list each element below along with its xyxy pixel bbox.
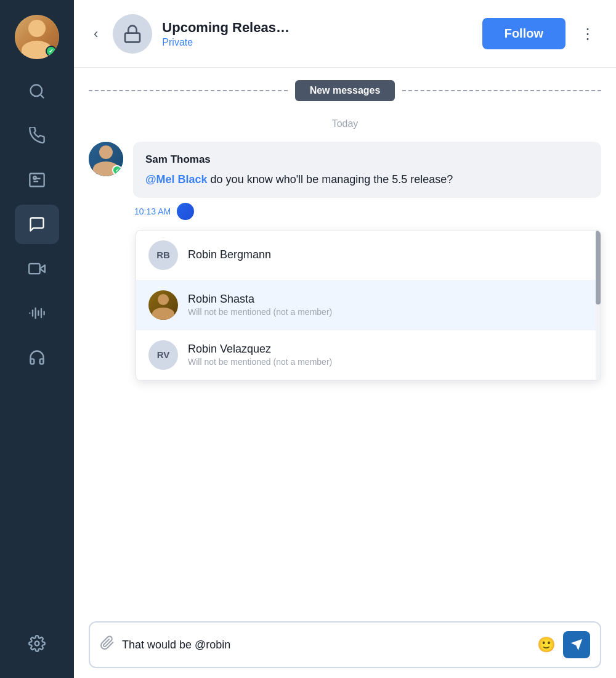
message-sender-name: Sam Thomas — [145, 152, 589, 168]
search-icon — [28, 83, 46, 100]
banner-line-right — [402, 90, 601, 91]
back-button[interactable]: ‹ — [89, 21, 103, 47]
channel-info: Upcoming Releas… Private — [162, 20, 472, 48]
reaction-avatar-image — [177, 203, 194, 220]
mention-info-robin-shasta: Robin Shasta Will not be mentioned (not … — [188, 293, 588, 317]
message-time: 10:13 AM — [134, 206, 171, 216]
svg-line-1 — [40, 94, 43, 97]
attach-icon — [100, 635, 115, 650]
channel-header: ‹ Upcoming Releas… Private Follow ⋮ — [74, 0, 616, 68]
sidebar-item-search[interactable] — [15, 71, 59, 111]
gear-icon — [28, 635, 46, 652]
sidebar-item-video[interactable] — [15, 249, 59, 288]
mention-note: Will not be mentioned (not a member) — [188, 307, 588, 317]
send-button[interactable] — [563, 631, 590, 658]
main-content: ‹ Upcoming Releas… Private Follow ⋮ New … — [74, 0, 616, 678]
channel-icon — [113, 14, 152, 54]
message-input-bar: 🙂 — [89, 621, 601, 668]
message-bubble: Sam Thomas @Mel Black do you know who'll… — [133, 142, 601, 198]
mention-note: Will not be mentioned (not a member) — [188, 357, 588, 367]
sidebar-item-ai[interactable] — [15, 293, 59, 333]
avatar[interactable] — [15, 15, 59, 59]
svg-marker-4 — [40, 265, 45, 272]
dropdown-scrollbar[interactable] — [596, 231, 601, 380]
video-icon — [28, 260, 46, 277]
mention-item-robin-velazquez[interactable]: RV Robin Velazquez Will not be mentioned… — [136, 330, 601, 380]
emoji-button[interactable]: 🙂 — [537, 636, 556, 653]
mention-name: Robin Bergmann — [188, 248, 588, 261]
contacts-icon — [28, 171, 46, 189]
banner-line-left — [89, 90, 288, 91]
attach-button[interactable] — [100, 635, 115, 654]
mention-dropdown: RB Robin Bergmann Robin Shasta Will not … — [136, 230, 601, 381]
channel-subtitle: Private — [162, 37, 472, 48]
mention-item-robin-shasta[interactable]: Robin Shasta Will not be mentioned (not … — [136, 280, 601, 330]
message-content: Sam Thomas @Mel Black do you know who'll… — [133, 142, 601, 220]
more-options-button[interactable]: ⋮ — [575, 20, 601, 47]
new-messages-badge: New messages — [295, 80, 395, 101]
phone-icon — [28, 127, 46, 144]
mention-name: Robin Shasta — [188, 293, 588, 306]
message-meta: 10:13 AM — [133, 203, 601, 220]
sender-avatar — [89, 142, 123, 176]
mention-photo-robin-shasta — [148, 290, 178, 320]
mention-item-robin-bergmann[interactable]: RB Robin Bergmann — [136, 231, 601, 280]
sender-online-badge — [112, 165, 122, 175]
support-icon — [28, 349, 46, 366]
reaction-avatar — [177, 203, 194, 220]
sidebar-item-contacts[interactable] — [15, 160, 59, 200]
send-icon — [570, 638, 583, 651]
message-input[interactable] — [122, 639, 530, 651]
mention-tag[interactable]: @Mel Black — [145, 173, 208, 186]
sidebar — [0, 0, 74, 678]
dropdown-scrollbar-thumb — [596, 231, 601, 304]
sidebar-nav — [0, 71, 74, 624]
ai-icon — [28, 304, 46, 322]
message-body: do you know who'll be managing the 5.5 r… — [208, 173, 453, 186]
settings-button[interactable] — [15, 624, 59, 663]
chat-icon — [28, 216, 46, 233]
follow-button[interactable]: Follow — [482, 18, 565, 49]
sidebar-item-support[interactable] — [15, 338, 59, 377]
svg-rect-2 — [30, 174, 44, 187]
channel-title: Upcoming Releas… — [162, 20, 472, 36]
svg-rect-13 — [125, 33, 140, 42]
lock-icon — [123, 24, 142, 44]
message-text: @Mel Black do you know who'll be managin… — [145, 171, 589, 188]
mention-name: Robin Velazquez — [188, 343, 588, 356]
svg-point-12 — [35, 642, 39, 646]
chat-area: New messages Today Sam Thomas @Mel Black… — [74, 68, 616, 611]
svg-rect-5 — [29, 264, 39, 274]
date-label: Today — [74, 118, 616, 129]
mention-initials-rv: RV — [148, 340, 178, 370]
new-messages-banner: New messages — [74, 68, 616, 113]
sidebar-item-phone[interactable] — [15, 116, 59, 155]
message-block: Sam Thomas @Mel Black do you know who'll… — [74, 142, 616, 225]
mention-info-robin-bergmann: Robin Bergmann — [188, 248, 588, 261]
mention-info-robin-velazquez: Robin Velazquez Will not be mentioned (n… — [188, 343, 588, 367]
mention-initials-rb: RB — [148, 240, 178, 270]
online-status-badge — [46, 46, 57, 57]
sidebar-item-chat[interactable] — [15, 205, 59, 244]
